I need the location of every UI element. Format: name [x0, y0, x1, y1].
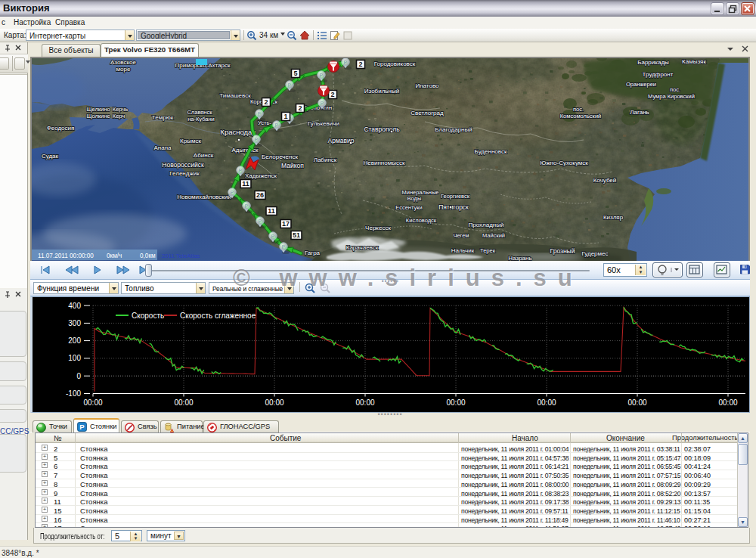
svg-text:Назрань: Назрань — [508, 255, 531, 261]
svg-text:Ставрополь: Ставрополь — [364, 126, 400, 133]
svg-text:Тимашевск: Тимашевск — [219, 92, 251, 99]
svg-text:Кисловодск: Кисловодск — [406, 217, 437, 224]
svg-text:11: 11 — [268, 207, 275, 215]
svg-text:море: море — [116, 66, 131, 73]
svg-text:P: P — [271, 234, 275, 239]
svg-text:200: 200 — [68, 336, 81, 345]
svg-text:Трудфронт: Трудфронт — [643, 71, 674, 78]
svg-text:Георгиевск: Георгиевск — [441, 193, 470, 200]
svg-text:0: 0 — [76, 372, 81, 380]
svg-text:P: P — [288, 82, 292, 88]
svg-text:5: 5 — [293, 70, 297, 77]
svg-text:11.07.2011 00:00:00: 11.07.2011 00:00:00 — [38, 253, 94, 259]
svg-text:00:00: 00:00 — [265, 398, 284, 407]
svg-text:Лабинск: Лабинск — [314, 157, 337, 163]
svg-text:2011 TeleAtlas: 2011 TeleAtlas — [162, 253, 200, 259]
svg-text:00:00: 00:00 — [627, 398, 646, 407]
svg-text:P: P — [79, 423, 85, 431]
svg-text:P: P — [282, 244, 286, 250]
svg-text:Оранжереи: Оранжереи — [626, 81, 656, 88]
svg-text:Городовиковск: Городовиковск — [374, 60, 416, 67]
svg-text:Кизляр: Кизляр — [603, 214, 624, 221]
svg-text:2: 2 — [298, 104, 302, 112]
svg-text:Камызяк: Камызяк — [682, 58, 706, 65]
svg-text:100: 100 — [68, 354, 81, 362]
svg-text:Карачаевск: Карачаевск — [346, 244, 379, 251]
svg-text:Гулькевичи: Гулькевичи — [308, 120, 339, 127]
svg-text:Гудермес: Гудермес — [581, 250, 608, 257]
svg-text:Керч: Керч — [113, 113, 125, 119]
svg-text:Воды: Воды — [407, 195, 422, 202]
svg-text:-100: -100 — [66, 389, 81, 398]
svg-text:пос.: пос. — [670, 86, 680, 93]
svg-text:Изобильный: Изобильный — [364, 88, 399, 95]
svg-text:Южно-Сухокумск: Южно-Сухокумск — [540, 160, 588, 166]
svg-text:Хадыженск: Хадыженск — [245, 172, 277, 179]
svg-text:Прохладный: Прохладный — [469, 222, 504, 228]
svg-text:300: 300 — [68, 319, 81, 327]
svg-text:Нальчик: Нальчик — [451, 247, 475, 254]
svg-text:00:00: 00:00 — [718, 398, 737, 407]
svg-text:0км/ч: 0км/ч — [107, 253, 122, 259]
svg-text:0,0км: 0,0км — [140, 253, 156, 259]
svg-text:Феодосия: Феодосия — [47, 125, 75, 132]
svg-text:Скорость: Скорость — [132, 312, 164, 320]
svg-text:на-Кубани: на-Кубани — [187, 116, 215, 122]
svg-text:Мумра Кировский: Мумра Кировский — [648, 93, 695, 100]
svg-text:11: 11 — [242, 180, 249, 188]
svg-text:Терек: Терек — [480, 247, 496, 254]
svg-text:2: 2 — [330, 91, 334, 98]
svg-text:1: 1 — [284, 113, 287, 120]
svg-text:Темрюк: Темрюк — [152, 114, 174, 121]
svg-text:400: 400 — [68, 302, 81, 310]
svg-text:P: P — [259, 219, 262, 224]
svg-text:Щолкине: Щолкине — [86, 113, 110, 119]
svg-text:Судак: Судак — [42, 153, 59, 160]
svg-text:Щелкино: Щелкино — [86, 106, 110, 113]
svg-text:Крымск: Крымск — [180, 138, 201, 144]
svg-text:Светлоград: Светлоград — [411, 110, 444, 116]
svg-text:00:00: 00:00 — [537, 398, 556, 407]
svg-text:Скорость сглаженное: Скорость сглаженное — [180, 312, 256, 320]
svg-text:Черкесск: Черкесск — [365, 225, 391, 231]
svg-text:P: P — [255, 137, 259, 142]
svg-text:Новороссийск: Новороссийск — [162, 161, 204, 169]
svg-text:Невинномысск: Невинномысск — [364, 160, 405, 166]
svg-text:P: P — [321, 101, 324, 106]
svg-text:Майский: Майский — [482, 232, 505, 239]
svg-text:Азовское: Азовское — [110, 59, 137, 66]
svg-text:пос.: пос. — [573, 106, 584, 113]
svg-text:Славянск: Славянск — [187, 109, 212, 116]
svg-text:Чегем: Чегем — [453, 232, 469, 239]
svg-text:Адыгейск: Адыгейск — [232, 147, 259, 153]
svg-text:2: 2 — [264, 98, 268, 106]
svg-text:P: P — [231, 190, 234, 195]
svg-text:Лагань: Лагань — [630, 109, 649, 116]
svg-text:P: P — [275, 122, 279, 128]
svg-text:Ипатово: Ипатово — [416, 82, 440, 89]
svg-text:Белореченск: Белореченск — [262, 153, 298, 160]
svg-text:Грозный: Грозный — [550, 247, 575, 255]
svg-text:Майкоп: Майкоп — [281, 162, 304, 169]
svg-text:Буденновск: Буденновск — [475, 148, 507, 155]
svg-text:26: 26 — [256, 191, 264, 199]
svg-text:00:00: 00:00 — [174, 398, 193, 407]
svg-text:P: P — [245, 203, 249, 209]
svg-text:Кочубей: Кочубей — [593, 177, 617, 184]
svg-text:00:00: 00:00 — [446, 398, 465, 407]
svg-text:P: P — [320, 73, 324, 78]
svg-text:17: 17 — [282, 220, 290, 228]
svg-text:51: 51 — [293, 231, 300, 239]
svg-text:P: P — [258, 111, 262, 116]
svg-text:Анапа: Анапа — [154, 144, 172, 151]
svg-text:Новомихайловский: Новомихайловский — [177, 194, 231, 200]
svg-text:Керчь: Керчь — [113, 106, 128, 113]
svg-text:Абинск: Абинск — [194, 152, 214, 159]
svg-text:P: P — [344, 60, 348, 65]
svg-text:Комсомольский: Комсомольский — [560, 113, 602, 119]
svg-text:Пятигорск: Пятигорск — [438, 203, 469, 211]
svg-text:Гагра: Гагра — [305, 250, 321, 256]
svg-text:Баррикады: Баррикады — [637, 59, 669, 66]
svg-text:Ессентуки: Ессентуки — [395, 204, 422, 211]
svg-text:Геленджик: Геленджик — [169, 170, 200, 177]
